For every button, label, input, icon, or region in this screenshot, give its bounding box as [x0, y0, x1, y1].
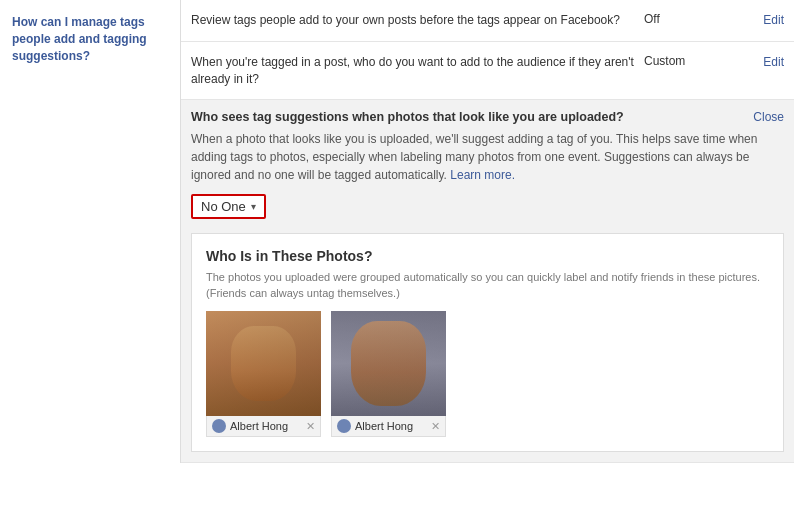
photo-label-content-1: Albert Hong [212, 419, 288, 433]
setting-edit-audience[interactable]: Edit [734, 54, 784, 69]
photo-close-icon-1[interactable]: ✕ [306, 420, 315, 433]
learn-more-link[interactable]: Learn more. [450, 168, 515, 182]
photo-label-name-2: Albert Hong [355, 420, 413, 432]
tag-suggestions-description: When a photo that looks like you is uplo… [191, 130, 784, 184]
dropdown-arrow-icon: ▾ [251, 201, 256, 212]
dropdown-value: No One [201, 199, 246, 214]
section-question: How can I manage tags people add and tag… [12, 14, 168, 64]
photos-grid: Albert Hong ✕ Albert Hong [206, 311, 769, 437]
photo-label-bar-1: Albert Hong ✕ [206, 416, 321, 437]
setting-edit-review[interactable]: Edit [734, 12, 784, 27]
left-column: How can I manage tags people add and tag… [0, 0, 180, 463]
photo-thumb-2 [331, 311, 446, 416]
setting-value-review: Off [634, 12, 734, 26]
edit-link-audience[interactable]: Edit [763, 55, 784, 69]
photo-close-icon-2[interactable]: ✕ [431, 420, 440, 433]
photo-item-2: Albert Hong ✕ [331, 311, 446, 437]
photo-thumb-1 [206, 311, 321, 416]
setting-row-audience: When you're tagged in a post, who do you… [181, 42, 794, 101]
no-one-dropdown[interactable]: No One ▾ [191, 194, 266, 219]
tag-suggestions-title: Who sees tag suggestions when photos tha… [191, 110, 753, 124]
photos-panel: Who Is in These Photos? The photos you u… [191, 233, 784, 452]
setting-description-audience: When you're tagged in a post, who do you… [191, 54, 634, 88]
tag-suggestions-section: Who sees tag suggestions when photos tha… [181, 100, 794, 463]
photo-item-1: Albert Hong ✕ [206, 311, 321, 437]
photos-panel-title: Who Is in These Photos? [206, 248, 769, 264]
tag-suggestions-header: Who sees tag suggestions when photos tha… [181, 100, 794, 130]
setting-description-review: Review tags people add to your own posts… [191, 12, 634, 29]
close-link[interactable]: Close [753, 110, 784, 124]
tag-suggestions-body: When a photo that looks like you is uplo… [181, 130, 794, 462]
setting-row-review-tags: Review tags people add to your own posts… [181, 0, 794, 42]
page-container: How can I manage tags people add and tag… [0, 0, 794, 463]
person-icon-1 [212, 419, 226, 433]
photo-label-bar-2: Albert Hong ✕ [331, 416, 446, 437]
edit-link-review[interactable]: Edit [763, 13, 784, 27]
photo-label-content-2: Albert Hong [337, 419, 413, 433]
photos-panel-desc: The photos you uploaded were grouped aut… [206, 270, 769, 301]
photo-label-name-1: Albert Hong [230, 420, 288, 432]
setting-value-audience: Custom [634, 54, 734, 68]
right-column: Review tags people add to your own posts… [180, 0, 794, 463]
person-icon-2 [337, 419, 351, 433]
